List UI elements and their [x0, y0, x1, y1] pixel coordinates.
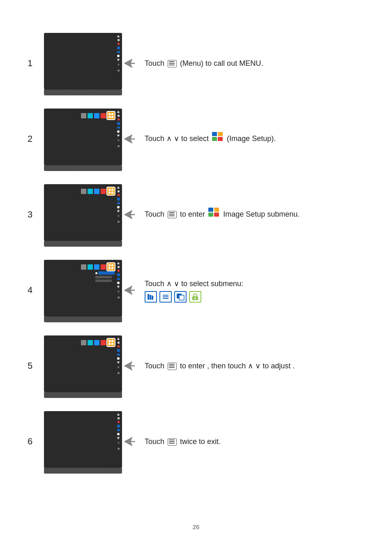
step6-suffix: twice to exit. — [180, 437, 221, 446]
step-number-4: 4 — [28, 285, 44, 296]
arrow-up-2 — [117, 111, 120, 113]
svg-rect-4 — [212, 132, 217, 136]
monitor-6: ✕ — [44, 411, 124, 472]
monitor-bottom-6 — [44, 468, 122, 474]
step3-prefix: Touch — [145, 210, 164, 218]
svg-rect-24 — [152, 296, 153, 300]
step-number-1: 1 — [28, 58, 44, 69]
dot-1 — [118, 69, 120, 72]
step-number-6: 6 — [28, 436, 44, 447]
svg-text:+: + — [213, 208, 215, 212]
svg-rect-0 — [108, 113, 111, 115]
sq-icon-blue-1 — [117, 46, 120, 49]
step-row-4: 4 — [28, 260, 364, 321]
svg-text:+: + — [217, 132, 219, 136]
step-text-5: Touch to enter , then touch ∧ ∨ to adjus… — [124, 360, 364, 372]
step-number-2: 2 — [28, 134, 44, 144]
arrow-up-icon-1 — [117, 35, 120, 37]
monitor-screen-5: ✕ — [44, 335, 122, 392]
monitor-right-icons-4: ✕ — [117, 262, 120, 298]
arrow-pointer-4 — [123, 284, 136, 296]
osd-sq1 — [81, 113, 86, 118]
monitor-screen-2: ✕ — [44, 109, 122, 165]
step-text-2: Touch ∧ ∨ to select + (Image Setup). — [124, 132, 364, 146]
svg-rect-13 — [208, 208, 213, 212]
step6-prefix: Touch — [145, 437, 164, 446]
svg-rect-3 — [111, 116, 113, 118]
monitor-bottom-2 — [44, 165, 122, 171]
step-row-1: 1 ✕ — [28, 33, 364, 94]
svg-rect-20 — [108, 267, 111, 269]
arrow-down-2 — [117, 134, 120, 137]
svg-rect-29 — [179, 295, 184, 300]
step2-prefix: Touch ∧ ∨ to select — [145, 134, 209, 143]
svg-rect-19 — [111, 264, 113, 266]
arrow-pointer-1 — [123, 57, 136, 69]
osd-selected-2 — [107, 112, 115, 119]
osd-sq3 — [94, 113, 99, 118]
x-2: ✕ — [117, 139, 120, 142]
osd-icons-3 — [81, 187, 115, 195]
monitor-right-icons-3: ✕ — [117, 186, 120, 223]
osd-icons-4 — [81, 263, 115, 271]
step3-suffix2: Image Setup submenu. — [223, 210, 300, 218]
arrow-pointer-3 — [123, 208, 136, 221]
submenu-icons-4 — [145, 291, 364, 303]
menu-icon-3 — [168, 211, 177, 218]
svg-rect-32 — [108, 340, 111, 342]
svg-rect-11 — [108, 192, 111, 194]
svg-rect-16 — [214, 213, 219, 217]
svg-rect-33 — [111, 340, 113, 342]
svg-rect-7 — [218, 137, 223, 141]
monitor-right-icons-2: ✕ — [117, 111, 120, 147]
step-row-5: 5 — [28, 335, 364, 396]
menu-icon-1 — [168, 60, 177, 67]
arrow-down-icon-1 — [117, 59, 120, 61]
osd-icons-2 — [81, 112, 115, 119]
step1-suffix: (Menu) to call out MENU. — [180, 59, 263, 67]
x-mark-1: ✕ — [117, 63, 120, 66]
monitor-screen-1: ✕ — [44, 33, 122, 90]
sq-icon-1 — [118, 39, 120, 41]
step-number-3: 3 — [28, 209, 44, 220]
svg-rect-12 — [111, 192, 113, 194]
svg-rect-6 — [212, 137, 217, 141]
arrow-pointer-6 — [123, 435, 136, 448]
sq-red-2 — [118, 118, 120, 120]
svg-rect-2 — [108, 116, 111, 118]
osd-sq2 — [88, 113, 93, 118]
page: 1 ✕ — [0, 0, 392, 555]
image-setup-icon-2: + — [212, 132, 224, 146]
sq-icon-red-1 — [118, 43, 120, 45]
submenu-icon-list — [159, 291, 172, 303]
svg-rect-10 — [111, 189, 113, 191]
svg-rect-21 — [111, 267, 113, 269]
step5-suffix: to enter , then touch ∧ ∨ to adjust . — [180, 362, 295, 370]
monitor-bottom-4 — [44, 317, 122, 322]
monitor-5: ✕ — [44, 335, 124, 396]
monitor-right-icons-1: ✕ — [117, 35, 120, 72]
arrow-pointer-5 — [123, 360, 136, 372]
monitor-1: ✕ — [44, 33, 124, 94]
circle-1 — [117, 55, 120, 57]
monitor-bottom-1 — [44, 90, 122, 95]
monitor-screen-6: ✕ — [44, 411, 122, 468]
menu-icon-5 — [168, 363, 177, 370]
osd-sub-4 — [95, 271, 115, 282]
page-number: 26 — [193, 507, 200, 530]
step3-suffix: to enter — [180, 210, 205, 218]
monitor-right-icons-5: ✕ — [117, 338, 120, 374]
svg-rect-34 — [108, 343, 111, 345]
monitor-right-icons-6: ✕ — [117, 413, 120, 450]
svg-rect-18 — [108, 264, 111, 266]
svg-rect-23 — [150, 295, 151, 300]
step2-suffix: (Image Setup). — [227, 134, 276, 143]
step-text-4: Touch ∧ ∨ to select submenu: — [124, 278, 364, 303]
svg-point-31 — [194, 298, 196, 299]
osd-icons-5 — [81, 339, 115, 346]
circle-2 — [117, 130, 120, 133]
monitor-bottom-3 — [44, 241, 122, 247]
submenu-icon-lock — [189, 291, 201, 303]
sq-blue-2 — [117, 122, 120, 125]
image-setup-icon-3: + — [208, 208, 220, 222]
